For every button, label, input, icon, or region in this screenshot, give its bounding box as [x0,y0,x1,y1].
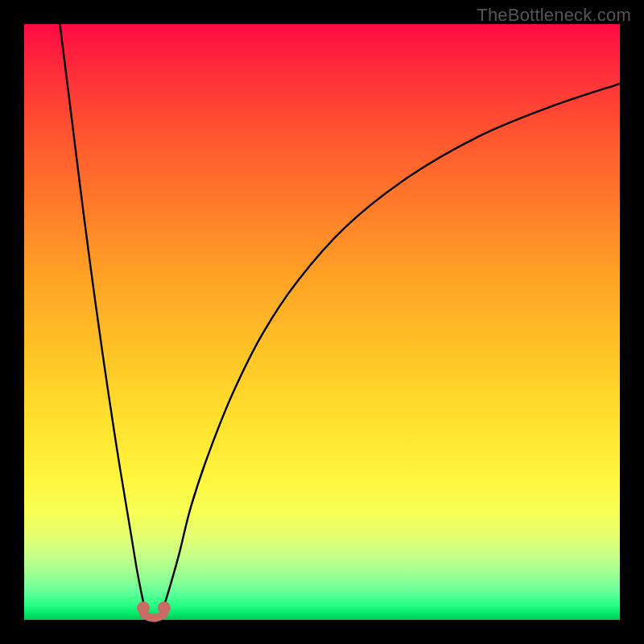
marker-connector [143,614,164,618]
chart-svg [24,24,620,620]
chart-frame: TheBottleneck.com [0,0,644,644]
watermark-text: TheBottleneck.com [477,5,631,26]
plot-area [24,24,620,620]
marker-dot-right [158,601,171,614]
right-branch-curve [161,84,620,614]
left-branch-curve [60,24,146,614]
marker-dot-left [137,601,150,614]
